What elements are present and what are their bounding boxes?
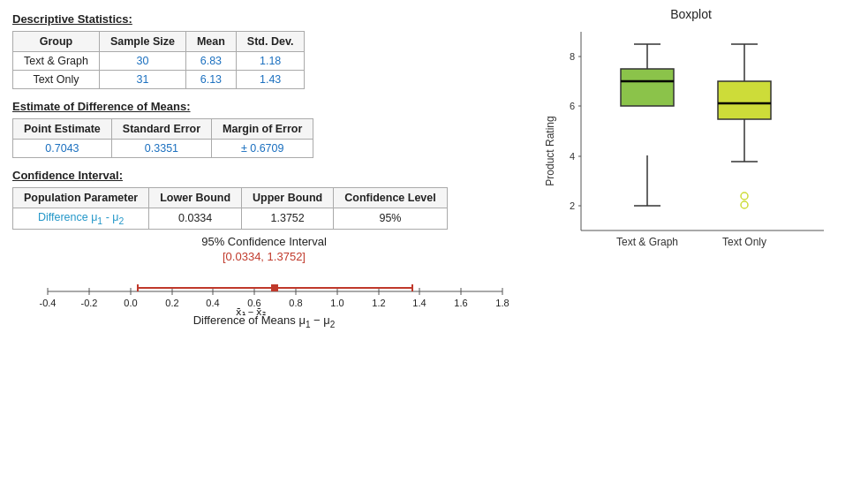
col-group: Group: [13, 32, 100, 52]
table-row: Text & Graph 30 6.83 1.18: [13, 52, 305, 71]
left-panel: Descriptive Statistics: Group Sample Siz…: [0, 0, 521, 491]
estimate-title: Estimate of Difference of Means:: [12, 100, 509, 113]
param-name: Difference μ1 - μ2: [13, 208, 149, 230]
svg-text:-0.2: -0.2: [81, 298, 98, 308]
sd-2: 1.43: [236, 71, 305, 89]
svg-text:0.2: 0.2: [165, 298, 178, 308]
ci-diagram-title: 95% Confidence Interval: [12, 235, 516, 248]
lower-bound: 0.0334: [149, 208, 242, 230]
svg-text:Text & Graph: Text & Graph: [615, 236, 677, 248]
svg-text:-0.4: -0.4: [40, 298, 57, 308]
svg-text:1.6: 1.6: [454, 298, 467, 308]
margin-of-error: ± 0.6709: [212, 140, 313, 158]
svg-text:1.8: 1.8: [495, 298, 509, 308]
group-name-1: Text & Graph: [13, 52, 100, 71]
svg-point-53: [741, 193, 748, 200]
svg-text:Text Only: Text Only: [721, 236, 766, 248]
svg-rect-45: [621, 69, 674, 106]
table-row: Text Only 31 6.13 1.43: [13, 71, 305, 89]
col-upper: Upper Bound: [242, 188, 334, 208]
svg-text:Product Rating: Product Rating: [544, 116, 556, 185]
point-estimate: 0.7043: [13, 140, 112, 158]
col-param: Population Parameter: [13, 188, 149, 208]
svg-text:1.4: 1.4: [412, 298, 426, 308]
svg-point-54: [741, 201, 748, 208]
col-size: Sample Size: [99, 32, 185, 52]
col-se: Standard Error: [111, 119, 211, 140]
ci-svg: -0.4 -0.2 0.0 0.2 0.4 0.6 0.8 1.0 1.2 1.…: [12, 267, 516, 315]
svg-text:0.8: 0.8: [289, 298, 302, 308]
svg-text:6: 6: [569, 101, 574, 111]
mean-1: 6.83: [185, 52, 236, 71]
table-row: 0.7043 0.3351 ± 0.6709: [13, 140, 313, 158]
svg-text:2: 2: [569, 200, 574, 211]
group-name-2: Text Only: [13, 71, 100, 89]
size-1: 30: [99, 52, 185, 71]
descriptive-stats-table: Group Sample Size Mean Std. Dev. Text & …: [12, 31, 305, 89]
svg-text:x̄₁ − x̄₂: x̄₁ − x̄₂: [236, 306, 267, 315]
svg-text:0.0: 0.0: [124, 298, 137, 308]
svg-rect-16: [271, 284, 278, 291]
descriptive-stats-title: Descriptive Statistics:: [12, 12, 509, 26]
boxplot-svg: Product Rating 2 4 6 8: [532, 23, 850, 270]
confidence-level: 95%: [334, 208, 448, 230]
standard-error: 0.3351: [111, 140, 211, 158]
boxplot-title: Boxplot: [670, 7, 712, 21]
col-sd: Std. Dev.: [236, 32, 305, 52]
ci-diagram: 95% Confidence Interval [0.0334, 1.3752]: [12, 235, 516, 329]
col-moe: Margin of Error: [212, 119, 313, 140]
svg-text:1.2: 1.2: [372, 298, 385, 308]
col-level: Confidence Level: [334, 188, 448, 208]
ci-table: Population Parameter Lower Bound Upper B…: [12, 187, 448, 230]
col-lower: Lower Bound: [149, 188, 242, 208]
right-panel: Boxplot Product Rating 2 4 6 8: [521, 0, 868, 491]
ci-x-subtitle: Difference of Means μ1 − μ2: [12, 313, 516, 329]
upper-bound: 1.3752: [242, 208, 334, 230]
size-2: 31: [99, 71, 185, 89]
ci-chart: -0.4 -0.2 0.0 0.2 0.4 0.6 0.8 1.0 1.2 1.…: [12, 267, 516, 315]
ci-diagram-range: [0.0334, 1.3752]: [12, 250, 516, 263]
col-point: Point Estimate: [13, 119, 112, 140]
estimate-table: Point Estimate Standard Error Margin of …: [12, 118, 313, 158]
svg-text:0.4: 0.4: [206, 298, 219, 308]
table-row: Difference μ1 - μ2 0.0334 1.3752 95%: [13, 208, 448, 230]
col-mean: Mean: [185, 32, 236, 52]
ci-title: Confidence Interval:: [12, 169, 509, 182]
svg-text:1.0: 1.0: [330, 298, 343, 308]
sd-1: 1.18: [236, 52, 305, 71]
mean-2: 6.13: [185, 71, 236, 89]
svg-rect-51: [718, 81, 771, 119]
svg-text:8: 8: [569, 51, 574, 62]
svg-text:4: 4: [569, 151, 574, 162]
